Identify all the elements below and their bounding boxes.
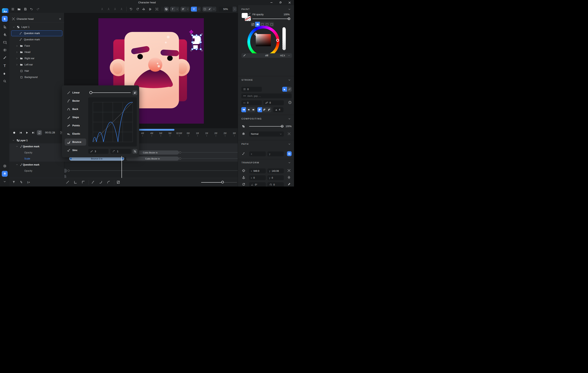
focus-selection-button[interactable] xyxy=(155,7,158,11)
chevron-down-icon[interactable] xyxy=(175,7,179,11)
easing-linear-button[interactable] xyxy=(66,180,69,184)
node-tool-icon[interactable] xyxy=(101,7,104,10)
save-button[interactable] xyxy=(24,7,27,11)
timeline-property-row-selected[interactable]: Scale xyxy=(10,155,64,162)
playhead[interactable] xyxy=(122,156,122,178)
chevron-right-icon[interactable] xyxy=(16,57,18,60)
layer-opacity-track[interactable] xyxy=(249,126,284,126)
flip-vertical-button[interactable] xyxy=(148,7,152,11)
ease-in-button[interactable] xyxy=(99,180,103,184)
go-to-end-button[interactable] xyxy=(31,130,36,135)
close-button[interactable] xyxy=(287,0,292,4)
node-handles-icon[interactable] xyxy=(114,7,117,10)
position-y-input[interactable]: y 143.08 xyxy=(267,168,284,173)
fill-mode-button[interactable] xyxy=(170,7,179,11)
texture-button[interactable] xyxy=(164,7,169,11)
keyframe-circle[interactable] xyxy=(179,151,181,153)
group-row[interactable]: Head xyxy=(10,49,64,55)
layer-opacity-handle[interactable] xyxy=(281,125,284,127)
layers-panel-button[interactable] xyxy=(2,171,8,177)
rotation-input[interactable]: 0° xyxy=(249,182,266,186)
alpha-handle[interactable] xyxy=(283,27,285,30)
edit-mode-button[interactable] xyxy=(202,7,216,11)
custom-ease-button[interactable] xyxy=(117,180,120,184)
path-y-input[interactable]: y xyxy=(267,151,284,156)
open-file-button[interactable] xyxy=(17,7,21,11)
path-x-input[interactable]: x xyxy=(249,151,266,156)
motion-trail-icon[interactable] xyxy=(20,180,23,184)
timeline-property-row[interactable]: Opacity xyxy=(10,168,64,174)
text-tool[interactable]: T xyxy=(2,63,8,69)
chevron-down-icon[interactable] xyxy=(12,26,15,28)
bounce-power-input[interactable]: 1 xyxy=(110,149,131,154)
copy-easing-button[interactable] xyxy=(133,90,137,95)
easing-option-bezier[interactable]: Bezier xyxy=(65,97,86,104)
stroke-length-input[interactable]: 0 xyxy=(263,100,284,105)
chevron-right-icon[interactable] xyxy=(16,63,18,66)
join-round-button[interactable] xyxy=(262,107,267,112)
ease-in-out-button[interactable] xyxy=(91,180,95,184)
easing-option-bounce[interactable]: Bounce xyxy=(65,138,86,145)
anchor-x-input[interactable]: x 0 xyxy=(249,175,266,180)
chevron-down-icon[interactable] xyxy=(16,163,18,166)
shape-row[interactable]: Background xyxy=(10,74,64,80)
layer-row-selected[interactable]: Question mark xyxy=(10,30,64,36)
chevron-down-icon[interactable] xyxy=(288,117,291,120)
transform-section-header[interactable]: TRANSFORM xyxy=(242,161,259,164)
easing-option-back[interactable]: Back xyxy=(65,106,86,113)
direct-selection-tool[interactable] xyxy=(2,24,8,30)
easing-option-linear[interactable]: Linear xyxy=(65,89,86,96)
loop-button[interactable] xyxy=(37,130,42,135)
snap-button[interactable] xyxy=(191,7,201,11)
chevron-down-icon[interactable] xyxy=(288,8,291,11)
undo-button[interactable] xyxy=(30,7,33,11)
add-composition-button[interactable] xyxy=(59,17,62,20)
node-break-icon[interactable] xyxy=(120,7,123,10)
join-bevel-button[interactable] xyxy=(267,107,272,112)
group-row[interactable]: Left ear xyxy=(10,62,64,68)
paint-section-header[interactable]: PAINT xyxy=(242,8,250,10)
stroke-width-input[interactable]: 0 xyxy=(241,87,262,92)
miter-limit-input[interactable]: 4 xyxy=(273,107,284,112)
shape-tool[interactable] xyxy=(2,39,8,45)
path-keyframe-button[interactable] xyxy=(287,151,292,156)
play-button[interactable] xyxy=(24,130,29,135)
zoom-tool[interactable] xyxy=(2,78,8,84)
chevron-down-icon[interactable] xyxy=(288,54,290,57)
keyframe-dot[interactable] xyxy=(70,158,72,159)
keyframe-circle[interactable] xyxy=(68,170,70,172)
gradient-tool[interactable] xyxy=(2,47,8,53)
chevron-down-icon[interactable] xyxy=(233,7,237,11)
easing-mix-track[interactable] xyxy=(91,93,131,93)
zoom-level-control[interactable]: 50% xyxy=(219,7,237,11)
composition-header[interactable]: Character head xyxy=(10,16,64,22)
easing-option-points[interactable]: Points xyxy=(65,122,86,129)
layer-row[interactable]: Layer 1 xyxy=(10,24,64,30)
hex-field[interactable]: #fff HEX xyxy=(242,53,292,58)
flip-easing-button[interactable] xyxy=(133,149,137,154)
settings-button[interactable] xyxy=(2,163,8,169)
hue-marker[interactable] xyxy=(276,39,279,42)
chevron-right-icon[interactable] xyxy=(16,45,18,47)
easing-curve-graph[interactable] xyxy=(88,97,137,146)
center-position-button[interactable] xyxy=(287,169,291,172)
hand-tool[interactable] xyxy=(2,71,8,76)
rotate-cw-button[interactable] xyxy=(136,7,139,11)
chevron-down-icon[interactable] xyxy=(16,145,18,148)
easing-hold-in-button[interactable] xyxy=(74,180,77,184)
fill-opacity-value[interactable]: 100% xyxy=(284,13,290,16)
stroke-section-header[interactable]: STROKE xyxy=(242,79,253,81)
record-button[interactable] xyxy=(11,130,17,135)
pen-tool[interactable] xyxy=(2,31,8,37)
timeline-object-row[interactable]: Question mark xyxy=(10,162,64,168)
stroke-offset-input[interactable]: 0 xyxy=(241,100,262,105)
orient-along-path-button[interactable] xyxy=(288,183,291,186)
current-time[interactable]: 00:01:28 xyxy=(45,131,55,134)
help-icon[interactable] xyxy=(288,101,292,104)
swap-fill-stroke-button[interactable] xyxy=(248,12,251,15)
go-to-start-button[interactable] xyxy=(18,130,23,135)
path-section-header[interactable]: PATH xyxy=(242,143,249,145)
easing-option-steps[interactable]: Steps xyxy=(65,114,86,121)
fill-opacity-handle[interactable] xyxy=(288,17,290,20)
shape-row[interactable]: Hair xyxy=(10,68,64,74)
